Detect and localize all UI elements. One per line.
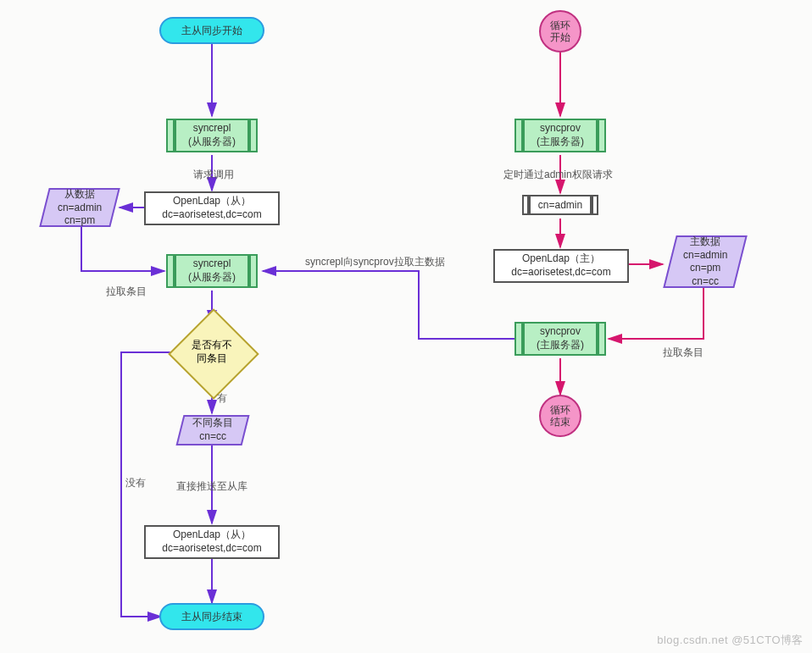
loop-start-circle: 循环开始	[539, 10, 581, 53]
syncprov-process-2: syncprov(主服务器)	[523, 322, 598, 356]
loop-start-text: 循环开始	[550, 19, 570, 44]
edge-label-yes: 有	[217, 391, 227, 406]
start-label: 主从同步开始	[181, 24, 242, 38]
diff-parallelogram: 不同条目cn=cc	[176, 415, 250, 445]
syncprov1-text: syncprov(主服务器)	[537, 122, 584, 148]
openldap1-text: OpenLdap（从）dc=aorisetest,dc=com	[162, 195, 261, 221]
edge-label-no: 没有	[125, 476, 146, 490]
openldap-master: OpenLdap（主）dc=aorisetest,dc=com	[493, 249, 629, 283]
openldap-slave-2: OpenLdap（从）dc=aorisetest,dc=com	[144, 525, 280, 559]
openldap-slave-1: OpenLdap（从）dc=aorisetest,dc=com	[144, 191, 280, 225]
data-slave-text: 从数据cn=admincn=pm	[58, 188, 102, 228]
end-label: 主从同步结束	[181, 610, 242, 624]
end-terminator: 主从同步结束	[159, 603, 264, 630]
watermark-text: blog.csdn.net @51CTO博客	[657, 633, 804, 648]
decision-diamond: 是否有不同条目	[181, 322, 242, 383]
edge-label-pull-right: 拉取条目	[663, 346, 704, 360]
flowchart-canvas: 主从同步开始 syncrepl(从服务器) 请求调用 OpenLdap（从）dc…	[0, 0, 812, 653]
edge-label-pull-left: 拉取条目	[106, 285, 147, 299]
edges-layer	[0, 0, 812, 653]
data-master-text: 主数据cn=admincn=pmcn=cc	[683, 235, 727, 288]
syncrepl-process-1: syncrepl(从服务器)	[175, 119, 249, 152]
cn-admin-process: cn=admin	[529, 195, 592, 215]
data-slave-parallelogram: 从数据cn=admincn=pm	[39, 188, 120, 227]
openldap-master-text: OpenLdap（主）dc=aorisetest,dc=com	[511, 252, 610, 279]
loop-end-text: 循环结束	[550, 404, 570, 429]
start-terminator: 主从同步开始	[159, 17, 264, 44]
syncprov2-text: syncprov(主服务器)	[537, 325, 584, 351]
diff-text: 不同条目cn=cc	[192, 417, 233, 443]
openldap2-text: OpenLdap（从）dc=aorisetest,dc=com	[162, 528, 261, 555]
cn-admin-text: cn=admin	[538, 199, 582, 211]
edge-label-request: 请求调用	[193, 168, 234, 182]
syncrepl-process-2: syncrepl(从服务器)	[175, 254, 249, 288]
data-master-parallelogram: 主数据cn=admincn=pmcn=cc	[663, 235, 747, 288]
edge-label-timer: 定时通过admin权限请求	[503, 168, 613, 182]
syncprov-process-1: syncprov(主服务器)	[523, 119, 598, 152]
syncrepl1-text: syncrepl(从服务器)	[188, 122, 236, 148]
syncrepl2-text: syncrepl(从服务器)	[188, 257, 236, 284]
loop-end-circle: 循环结束	[539, 395, 581, 437]
edge-label-push: 直接推送至从库	[176, 479, 247, 494]
edge-label-cross: syncrepl向syncprov拉取主数据	[305, 255, 445, 269]
